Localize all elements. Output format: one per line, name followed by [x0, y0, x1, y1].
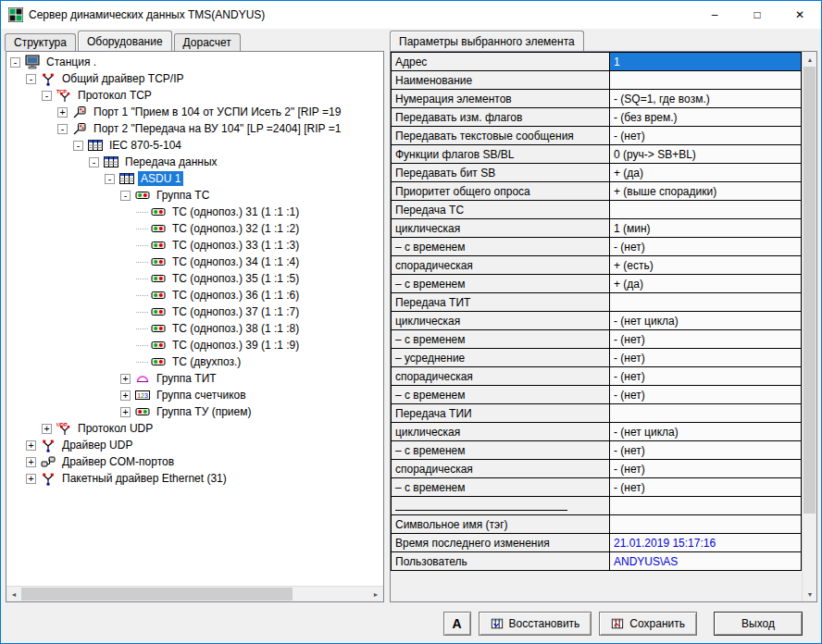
param-value[interactable]: - (нет) [610, 349, 802, 367]
tree-item[interactable]: -IEC 870-5-104 [6, 137, 383, 154]
param-value[interactable]: + (выше спорадики) [610, 182, 802, 201]
tree-item[interactable]: +Драйвер UDP [6, 437, 383, 453]
close-button[interactable]: ✕ [778, 1, 821, 29]
param-value[interactable]: + (есть) [610, 256, 802, 275]
tree-hscrollbar[interactable]: ◄ ► [6, 586, 383, 601]
param-row[interactable]: Передача ТС [392, 201, 802, 219]
expand-icon[interactable]: + [42, 424, 52, 434]
param-value[interactable]: - (нет цикла) [610, 312, 802, 330]
param-value[interactable] [610, 515, 802, 534]
collapse-icon[interactable]: - [42, 91, 52, 101]
param-value[interactable]: - (SQ=1, где возм.) [610, 90, 802, 108]
param-row[interactable]: Передавать изм. флагов- (без врем.) [392, 108, 802, 127]
tree-item[interactable]: ТС (однопоз.) 34 (1 :1 :4) [6, 254, 383, 270]
param-value[interactable] [610, 293, 802, 312]
param-value[interactable]: - (нет цикла) [610, 423, 802, 441]
scroll-up-icon[interactable]: ▲ [803, 52, 817, 67]
param-value[interactable]: - (нет) [610, 330, 802, 349]
tree-item[interactable]: +Пакетный драйвер Ethernet (31) [6, 470, 383, 487]
param-row[interactable]: – с временем- (нет) [392, 441, 802, 460]
tree-item[interactable]: -ASDU 1 [6, 170, 383, 187]
param-value[interactable] [610, 201, 802, 219]
hscroll-thumb[interactable] [21, 588, 293, 601]
param-value[interactable]: - (нет) [610, 441, 802, 460]
tree-item[interactable]: -Порт 2 "Передача на ВУ 104" [LP =2404] … [6, 120, 383, 137]
tree-item[interactable]: +123Группа счетчиков [6, 387, 383, 403]
param-row[interactable]: – с временем+ (да) [392, 275, 802, 293]
param-value[interactable]: 0 (руч-> SB+BL) [610, 145, 802, 164]
tree-item[interactable]: ТС (однопоз.) 32 (1 :1 :2) [6, 220, 383, 237]
expand-icon[interactable]: + [57, 107, 68, 118]
param-value[interactable]: ANDYUS\AS [610, 552, 802, 571]
params-vscrollbar[interactable]: ▲ ▼ [802, 52, 816, 601]
scroll-right-icon[interactable]: ► [368, 587, 383, 601]
param-value[interactable]: - (нет) [610, 127, 802, 145]
tree-item[interactable]: ТС (однопоз.) 38 (1 :1 :8) [6, 320, 383, 337]
expand-icon[interactable]: + [26, 457, 36, 467]
collapse-icon[interactable]: - [89, 157, 99, 167]
scroll-left-icon[interactable]: ◄ [6, 587, 21, 601]
tree-item[interactable]: -Станция . [6, 54, 383, 70]
param-row[interactable]: Нумерация элементов- (SQ=1, где возм.) [392, 90, 802, 108]
expand-icon[interactable]: + [120, 390, 131, 401]
tree-item[interactable]: ТС (однопоз.) 33 (1 :1 :3) [6, 237, 383, 254]
param-row[interactable]: Функции флагов SB/BL0 (руч-> SB+BL) [392, 145, 802, 164]
param-row[interactable]: – с временем- (нет) [392, 238, 802, 256]
tree-item[interactable]: +Порт 1 "Прием в 104 от УСПИ Исеть 2" [R… [6, 104, 383, 120]
param-row[interactable]: – с временем- (нет) [392, 330, 802, 349]
param-value[interactable]: - (нет) [610, 478, 802, 497]
param-row[interactable]: – усреднение- (нет) [392, 349, 802, 367]
param-row[interactable]: – с временем- (нет) [392, 386, 802, 404]
tab-recalc[interactable]: Дорасчет [174, 33, 241, 51]
collapse-icon[interactable]: - [73, 141, 83, 151]
tree-item[interactable]: -Группа ТС [6, 187, 383, 204]
tree-item[interactable]: ТС (однопоз.) 35 (1 :1 :5) [6, 270, 383, 287]
param-value[interactable]: 21.01.2019 15:17:16 [610, 534, 802, 552]
param-row[interactable]: спорадическая- (нет) [392, 460, 802, 478]
param-row[interactable]: Передача ТИТ [392, 293, 802, 312]
collapse-icon[interactable]: - [10, 57, 20, 68]
tree-item[interactable]: +Драйвер COM-портов [6, 453, 383, 470]
tree-item[interactable]: ТС (однопоз.) 31 (1 :1 :1) [6, 204, 383, 220]
scroll-down-icon[interactable]: ▼ [803, 587, 817, 601]
collapse-icon[interactable]: - [57, 124, 68, 134]
param-row[interactable]: Приоритет общего опроса+ (выше спорадики… [392, 182, 802, 201]
collapse-icon[interactable]: - [120, 191, 131, 201]
tab-equipment[interactable]: Оборудование [78, 31, 172, 51]
tree-item[interactable]: ТС (однопоз.) 39 (1 :1 :9) [6, 337, 383, 353]
param-value[interactable]: - (нет) [610, 367, 802, 386]
expand-icon[interactable]: + [26, 474, 36, 484]
param-value[interactable]: - (без врем.) [610, 108, 802, 127]
param-value[interactable]: - (нет) [610, 460, 802, 478]
param-value[interactable] [610, 404, 802, 423]
param-row[interactable]: Наименование [392, 71, 802, 90]
param-value[interactable]: + (да) [610, 275, 802, 293]
param-value[interactable]: + (да) [610, 164, 802, 182]
tree-item[interactable]: -TCPПротокол TCP [6, 87, 383, 104]
param-value[interactable]: - (нет) [610, 386, 802, 404]
expand-icon[interactable]: + [120, 407, 131, 417]
param-row[interactable]: Адрес1 [392, 53, 802, 71]
param-row[interactable]: – с временем- (нет) [392, 478, 802, 497]
param-row[interactable]: Время последнего изменения21.01.2019 15:… [392, 534, 802, 552]
hscroll-track[interactable] [21, 587, 368, 601]
param-value[interactable] [610, 497, 802, 515]
tree-item[interactable]: ТС (однопоз.) 37 (1 :1 :7) [6, 303, 383, 320]
tree-item[interactable]: +Группа ТИТ [6, 370, 383, 387]
param-row[interactable]: Передавать текстовые сообщения- (нет) [392, 127, 802, 145]
tree-item[interactable]: -Передача данных [6, 154, 383, 170]
param-row[interactable]: Передача ТИИ [392, 404, 802, 423]
tab-structure[interactable]: Структура [5, 33, 76, 51]
param-row[interactable]: спорадическая- (нет) [392, 367, 802, 386]
param-row[interactable] [392, 497, 802, 515]
expand-icon[interactable]: + [26, 440, 36, 451]
param-value[interactable] [610, 71, 802, 90]
param-row[interactable]: Символьное имя (тэг) [392, 515, 802, 534]
exit-button[interactable]: Выход [714, 612, 803, 636]
tree-item[interactable]: +UDPПротокол UDP [6, 420, 383, 437]
font-button[interactable]: A [443, 612, 471, 636]
collapse-icon[interactable]: - [105, 174, 115, 184]
collapse-icon[interactable]: - [26, 74, 36, 84]
param-row[interactable]: циклическая- (нет цикла) [392, 423, 802, 441]
param-row[interactable]: Передавать бит SB+ (да) [392, 164, 802, 182]
